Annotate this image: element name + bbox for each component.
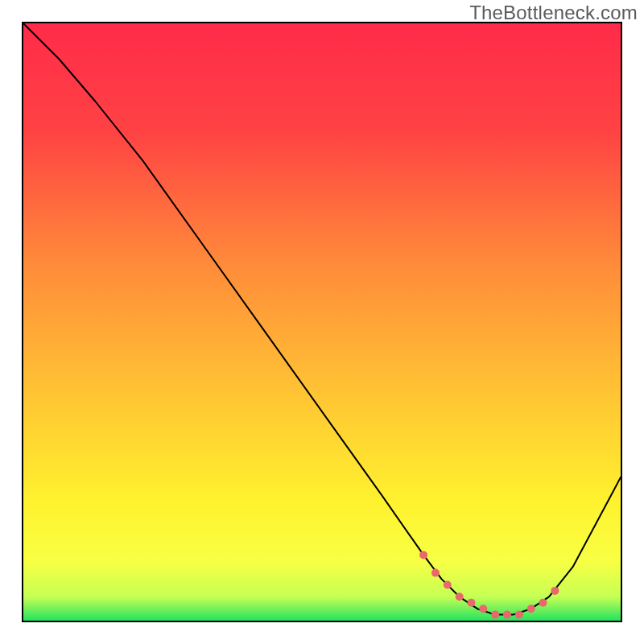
plot-border <box>22 22 622 622</box>
watermark-text: TheBottleneck.com <box>469 2 638 24</box>
chart-frame: TheBottleneck.com <box>0 0 644 644</box>
